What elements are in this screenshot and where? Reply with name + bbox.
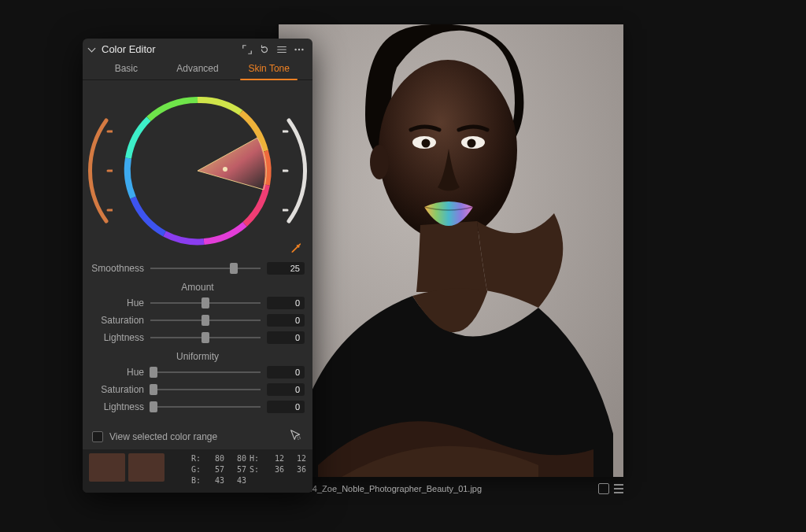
reset-icon[interactable] (259, 44, 270, 55)
tab-skin-tone[interactable]: Skin Tone (233, 58, 305, 79)
picked-color-swatch-1[interactable] (89, 453, 125, 482)
amount-saturation-label: Saturation (91, 315, 144, 326)
preset-menu-icon[interactable] (276, 44, 287, 55)
amount-hue-value[interactable]: 0 (267, 297, 305, 309)
smoothness-label: Smoothness (91, 263, 144, 274)
amount-section-title: Amount (91, 282, 305, 293)
uniformity-lightness-slider[interactable] (150, 401, 261, 413)
svg-point-7 (294, 48, 296, 50)
amount-lightness-slider[interactable] (150, 331, 261, 344)
view-range-checkbox[interactable] (92, 431, 103, 442)
mask-cursor-icon[interactable] (289, 428, 303, 445)
tab-advanced[interactable]: Advanced (162, 58, 234, 79)
skin-tone-arc-right[interactable] (283, 116, 308, 226)
uniformity-lightness-value[interactable]: 0 (267, 401, 305, 413)
color-editor-panel: Color Editor Basic Advanced Skin Tone (83, 39, 312, 493)
smoothness-slider[interactable] (150, 262, 261, 275)
uniformity-section-title: Uniformity (91, 351, 305, 362)
rating-box-icon[interactable] (598, 483, 609, 494)
svg-point-11 (298, 437, 301, 440)
amount-hue-label: Hue (91, 297, 144, 308)
variant-list-icon[interactable] (614, 484, 623, 493)
uniformity-lightness-label: Lightness (91, 401, 144, 412)
uniformity-saturation-label: Saturation (91, 384, 144, 395)
amount-hue-slider[interactable] (150, 297, 261, 309)
uniformity-hue-slider[interactable] (150, 366, 261, 379)
tabs: Basic Advanced Skin Tone (83, 58, 312, 80)
uniformity-hue-value[interactable]: 0 (267, 366, 305, 379)
amount-lightness-label: Lightness (91, 332, 144, 343)
chevron-down-icon[interactable] (89, 46, 97, 54)
tab-basic[interactable]: Basic (91, 58, 162, 79)
expand-icon[interactable] (242, 44, 253, 55)
uniformity-saturation-value[interactable]: 0 (267, 383, 305, 396)
uniformity-saturation-slider[interactable] (150, 383, 261, 396)
svg-point-5 (422, 139, 431, 148)
panel-title: Color Editor (102, 43, 156, 55)
amount-saturation-value[interactable]: 0 (267, 314, 305, 327)
kebab-menu-icon[interactable] (294, 44, 305, 55)
svg-point-2 (370, 145, 389, 179)
skin-tone-arc-left[interactable] (87, 116, 113, 226)
uniformity-hue-label: Hue (91, 367, 144, 378)
svg-point-8 (298, 48, 300, 50)
hue-wheel[interactable] (119, 92, 276, 249)
amount-saturation-slider[interactable] (150, 314, 261, 327)
image-preview[interactable] (279, 24, 623, 477)
view-range-label: View selected color range (109, 431, 217, 442)
svg-point-6 (468, 139, 476, 148)
smoothness-value[interactable]: 25 (267, 262, 305, 275)
svg-point-9 (301, 48, 303, 50)
svg-point-10 (223, 167, 227, 172)
picked-color-swatch-2[interactable] (128, 453, 165, 482)
amount-lightness-value[interactable]: 0 (267, 331, 305, 344)
color-readout: R:8080 H:1212 G:5757 S:3636 B:4343 (191, 453, 306, 486)
eyedropper-icon[interactable] (290, 242, 303, 257)
